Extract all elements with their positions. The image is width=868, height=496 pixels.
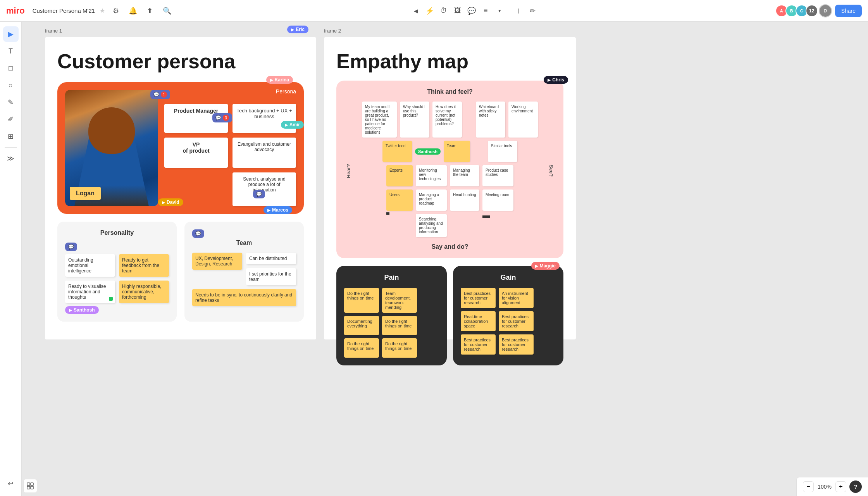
cursor-david: ▶ David (158, 198, 183, 206)
frame-icon[interactable]: 🖼 (451, 5, 464, 17)
help-button[interactable]: ? (849, 480, 862, 493)
team-title: Team (192, 239, 296, 246)
settings-icon[interactable]: ⚙ (110, 5, 122, 17)
gain-card: ▶ Maggie Gain Best practices for custome… (453, 266, 563, 365)
pain-grid: Do the right things on time Team develop… (344, 288, 439, 358)
comment-badge-3[interactable]: 💬 (253, 190, 265, 198)
left-sidebar: ▶ T □ ○ ✎ ✐ ⊞ ≫ ↩ (0, 22, 22, 496)
em-sticky-why: Why should I use this product? (400, 102, 429, 138)
persona-photo: Logan (65, 90, 158, 206)
text-tool[interactable]: T (3, 43, 19, 59)
prev-icon[interactable]: ◀ (410, 5, 422, 17)
pain-6: Do the right things on time (382, 338, 417, 358)
star-icon[interactable]: ★ (100, 7, 105, 14)
frame1-label: frame 1 (45, 28, 62, 34)
document-title: Customer Persona M'21 (33, 7, 95, 14)
gain-5: Best practices for customer research (461, 334, 496, 355)
personality-title: Personality (65, 229, 169, 236)
em-sticky-searching: Searching, analysing and producing infor… (416, 214, 447, 237)
persona-bottom: Personality 💬 Outstanding emotional inte… (57, 222, 304, 322)
em-sticky-twitter: Twitter feed (382, 141, 412, 162)
menu-icon[interactable]: ≡ (479, 5, 492, 17)
em-sticky-managing-roadmap: Managing a product roadmap (416, 189, 447, 211)
logo-icon: miro (6, 6, 25, 16)
sticky-ready-visualise: Ready to visualise information and thoug… (65, 281, 115, 303)
sticky-tech-bg: Tech background + UX + business (232, 104, 296, 133)
team-comment[interactable]: 💬 (192, 229, 204, 238)
svg-rect-1 (31, 483, 33, 486)
say-do-label: Say and do? (344, 243, 556, 250)
persona-stickies: Product Manager Tech background + UX + b… (164, 90, 296, 206)
em-sticky-managing-team: Managing the team (450, 165, 479, 186)
zoom-out-button[interactable]: − (803, 481, 814, 492)
sticky-outstanding: Outstanding emotional intelligence (65, 254, 115, 277)
shape-tool[interactable]: ○ (3, 78, 19, 93)
pen-tool[interactable]: ✎ (3, 95, 19, 110)
avatar-group: A B C 12 (775, 5, 818, 17)
sticky-search: Search, analyse and produce a lot of inf… (232, 172, 296, 206)
lightning-icon[interactable]: ⚡ (424, 5, 436, 17)
frame1: frame 1 ▶ Eric ▶ Karina Customer persona… (45, 37, 316, 339)
personality-card: Personality 💬 Outstanding emotional inte… (57, 222, 177, 322)
em-sticky-product-case: Product case studies (482, 165, 513, 186)
gain-3: Real-time collaboration space (461, 311, 496, 331)
notifications-icon[interactable]: 🔔 (127, 5, 139, 17)
comment-icon[interactable]: 💬 (465, 5, 478, 17)
comment-badge-2[interactable]: 💬3 (212, 113, 232, 122)
comment-badge-1[interactable]: 💬1 (150, 90, 170, 99)
pain-3: Documenting everything (344, 316, 379, 335)
frame2: frame 2 ▶ Chris Empathy map Think and fe… (324, 37, 576, 339)
sticky-vp-product: VPof product (164, 138, 228, 167)
chevron-down-icon[interactable]: ▾ (493, 5, 506, 17)
think-feel-label: Think and feel? (344, 88, 556, 95)
current-user-avatar: D (819, 4, 832, 17)
cursor-chris: ▶ Chris (544, 76, 568, 84)
personality-comment[interactable]: 💬 (65, 243, 77, 251)
sticky-tool[interactable]: □ (3, 60, 19, 76)
export-icon[interactable]: ⬆ (144, 5, 156, 17)
svg-rect-3 (31, 486, 33, 489)
personality-grid: Outstanding emotional intelligence Ready… (65, 254, 169, 303)
svg-rect-2 (27, 486, 30, 489)
filter-icon[interactable]: ∥ (512, 5, 525, 17)
zoom-level: 100% (817, 484, 832, 490)
timer-icon[interactable]: ⏱ (437, 5, 450, 17)
cursor-amir: ▶ Amir (281, 121, 304, 129)
empathy-center-row: Hear? My team and I are building a great… (344, 102, 556, 240)
empathy-center-grid: My team and I are building a great produ… (356, 102, 544, 240)
sticky-highly-responsible: Highly responsible, communicative, forth… (119, 281, 169, 303)
green-dot (109, 297, 113, 301)
gain-1: Best practices for customer research (461, 288, 496, 308)
gain-4: Best practices for customer research (499, 311, 534, 331)
frame2-title: Empathy map (336, 50, 563, 73)
gain-grid: Best practices for customer research An … (461, 288, 556, 355)
sticky-evangelism: Evangelism and customer advocacy (232, 138, 296, 167)
em-sticky-head-hunting: Head hunting (450, 189, 479, 211)
more-tools[interactable]: ≫ (3, 151, 19, 166)
undo-tool[interactable]: ↩ (3, 476, 19, 491)
cursor-maggie: ▶ Maggie (531, 262, 560, 270)
frame2-label: frame 2 (324, 28, 341, 34)
frames-panel-icon[interactable] (23, 479, 37, 493)
cursor-santhosh: ▶ Santhosh (65, 306, 99, 314)
frame1-title: Customer persona (57, 50, 304, 73)
grid-tool[interactable]: ⊞ (3, 129, 19, 144)
pain-2: Team development, teamwork mending (382, 288, 417, 313)
zoom-in-button[interactable]: + (835, 481, 846, 492)
pain-card: Pain Do the right things on time Team de… (336, 266, 447, 365)
sticky-ready-feedback: Ready to get feedback from the team (119, 254, 169, 277)
sticky-ux-team: UX, Development, Design, Research (192, 253, 242, 270)
select-tool[interactable]: ▶ (3, 26, 19, 42)
bottombar: − 100% + ? (796, 477, 868, 496)
marker-tool[interactable]: ✐ (3, 112, 19, 127)
team-card: 💬 Team UX, Development, Design, Research… (184, 222, 304, 322)
search-icon[interactable]: 🔍 (161, 5, 173, 17)
em-sticky-meeting-room: Meeting room (482, 189, 513, 211)
cursor-karina: ▶ Karina (266, 76, 293, 84)
pen-icon[interactable]: ✏ (526, 5, 539, 17)
share-button[interactable]: Share (835, 5, 862, 17)
center-tools: ◀ ⚡ ⏱ 🖼 💬 ≡ ▾ ∥ ✏ (410, 5, 539, 17)
pain-4: Do the right things on time (382, 316, 417, 335)
gain-title: Gain (461, 274, 556, 282)
cursor-eduardo: Santhosh (415, 148, 441, 155)
